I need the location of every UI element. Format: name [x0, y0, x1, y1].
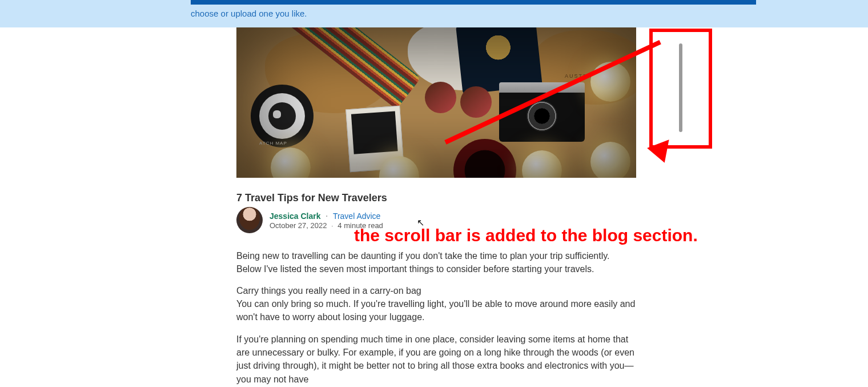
post-paragraph: If you're planning on spending much time…: [236, 333, 636, 386]
hero-strap: [236, 27, 421, 109]
post-date: October 27, 2022: [270, 221, 327, 230]
hero-continent-shape: [408, 27, 511, 90]
banner-accent-bar: [191, 0, 756, 5]
hero-bulb: [379, 156, 419, 178]
author-avatar[interactable]: [236, 207, 263, 233]
hero-passport: [456, 27, 542, 94]
post-hero-image: AUSTRALIA ATCH MAP: [236, 27, 636, 178]
mouse-cursor-icon: ↖: [417, 217, 424, 228]
post-title: 7 Travel Tips for New Travelers: [236, 192, 387, 204]
hero-bulb: [522, 150, 562, 178]
banner-text: choose or upload one you like.: [191, 9, 307, 18]
hero-patch-label: ATCH MAP: [259, 141, 287, 146]
hero-map-background: [236, 27, 636, 178]
separator-dot: ·: [326, 211, 328, 221]
hero-compass-patch: [251, 85, 314, 147]
category-link[interactable]: Travel Advice: [333, 212, 381, 221]
hero-sunglasses: [425, 82, 493, 122]
blog-scrollbar-thumb[interactable]: [679, 43, 682, 132]
hero-mug: [453, 139, 516, 178]
annotation-text: the scroll bar is added to the blog sect…: [354, 226, 698, 245]
hero-continent-shape: [265, 33, 391, 113]
annotation-highlight-box: [649, 29, 712, 149]
post-section-heading: Carry things you really need in a carry-…: [236, 284, 636, 297]
hero-polaroid: [345, 106, 404, 172]
hero-bulb: [271, 147, 311, 178]
info-banner: choose or upload one you like.: [0, 0, 868, 27]
post-paragraph: You can only bring so much. If you're tr…: [236, 297, 636, 324]
separator-dot: ·: [331, 221, 333, 230]
hero-bulb: [590, 142, 630, 178]
post-paragraph: Being new to travelling can be daunting …: [236, 249, 636, 276]
author-link[interactable]: Jessica Clark: [270, 212, 321, 221]
